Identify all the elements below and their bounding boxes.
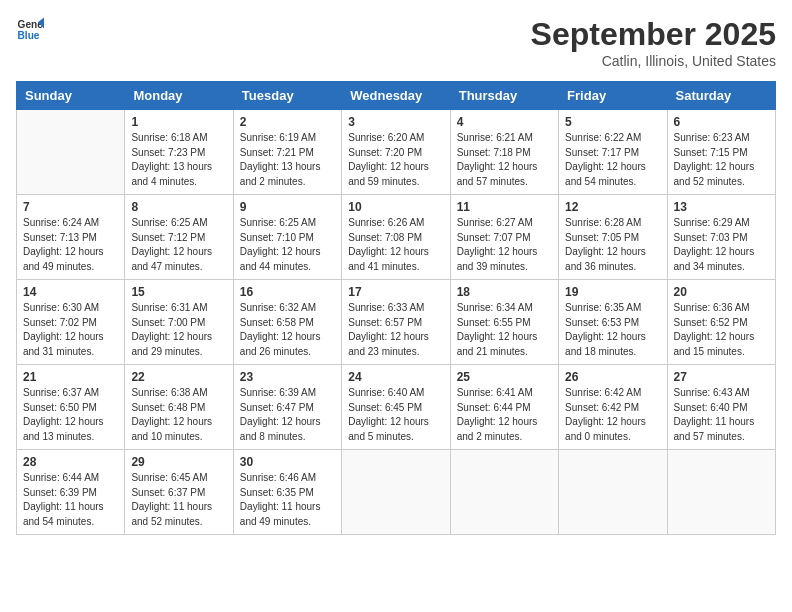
calendar-cell: 2Sunrise: 6:19 AMSunset: 7:21 PMDaylight… <box>233 110 341 195</box>
day-number: 8 <box>131 200 226 214</box>
logo: General Blue <box>16 16 44 44</box>
day-number: 16 <box>240 285 335 299</box>
day-info: Sunrise: 6:35 AMSunset: 6:53 PMDaylight:… <box>565 301 660 359</box>
calendar-cell: 20Sunrise: 6:36 AMSunset: 6:52 PMDayligh… <box>667 280 775 365</box>
calendar-cell: 19Sunrise: 6:35 AMSunset: 6:53 PMDayligh… <box>559 280 667 365</box>
day-info: Sunrise: 6:30 AMSunset: 7:02 PMDaylight:… <box>23 301 118 359</box>
day-number: 5 <box>565 115 660 129</box>
day-info: Sunrise: 6:32 AMSunset: 6:58 PMDaylight:… <box>240 301 335 359</box>
calendar-week-row: 21Sunrise: 6:37 AMSunset: 6:50 PMDayligh… <box>17 365 776 450</box>
weekday-header-saturday: Saturday <box>667 82 775 110</box>
day-number: 28 <box>23 455 118 469</box>
day-info: Sunrise: 6:39 AMSunset: 6:47 PMDaylight:… <box>240 386 335 444</box>
day-info: Sunrise: 6:45 AMSunset: 6:37 PMDaylight:… <box>131 471 226 529</box>
weekday-header-wednesday: Wednesday <box>342 82 450 110</box>
title-area: September 2025 Catlin, Illinois, United … <box>531 16 776 69</box>
day-number: 11 <box>457 200 552 214</box>
day-info: Sunrise: 6:42 AMSunset: 6:42 PMDaylight:… <box>565 386 660 444</box>
calendar-cell: 22Sunrise: 6:38 AMSunset: 6:48 PMDayligh… <box>125 365 233 450</box>
day-info: Sunrise: 6:43 AMSunset: 6:40 PMDaylight:… <box>674 386 769 444</box>
day-number: 24 <box>348 370 443 384</box>
weekday-header-monday: Monday <box>125 82 233 110</box>
day-number: 20 <box>674 285 769 299</box>
calendar-cell: 11Sunrise: 6:27 AMSunset: 7:07 PMDayligh… <box>450 195 558 280</box>
weekday-header-tuesday: Tuesday <box>233 82 341 110</box>
day-number: 14 <box>23 285 118 299</box>
day-number: 15 <box>131 285 226 299</box>
calendar-week-row: 28Sunrise: 6:44 AMSunset: 6:39 PMDayligh… <box>17 450 776 535</box>
calendar-week-row: 14Sunrise: 6:30 AMSunset: 7:02 PMDayligh… <box>17 280 776 365</box>
logo-icon: General Blue <box>16 16 44 44</box>
calendar-cell: 1Sunrise: 6:18 AMSunset: 7:23 PMDaylight… <box>125 110 233 195</box>
day-number: 29 <box>131 455 226 469</box>
day-info: Sunrise: 6:33 AMSunset: 6:57 PMDaylight:… <box>348 301 443 359</box>
day-number: 13 <box>674 200 769 214</box>
svg-text:Blue: Blue <box>18 30 40 41</box>
day-info: Sunrise: 6:41 AMSunset: 6:44 PMDaylight:… <box>457 386 552 444</box>
day-number: 2 <box>240 115 335 129</box>
day-number: 27 <box>674 370 769 384</box>
calendar-cell: 27Sunrise: 6:43 AMSunset: 6:40 PMDayligh… <box>667 365 775 450</box>
day-number: 12 <box>565 200 660 214</box>
calendar-cell: 18Sunrise: 6:34 AMSunset: 6:55 PMDayligh… <box>450 280 558 365</box>
day-number: 4 <box>457 115 552 129</box>
day-number: 19 <box>565 285 660 299</box>
calendar-cell: 8Sunrise: 6:25 AMSunset: 7:12 PMDaylight… <box>125 195 233 280</box>
day-info: Sunrise: 6:27 AMSunset: 7:07 PMDaylight:… <box>457 216 552 274</box>
location: Catlin, Illinois, United States <box>531 53 776 69</box>
calendar-cell: 16Sunrise: 6:32 AMSunset: 6:58 PMDayligh… <box>233 280 341 365</box>
calendar-cell <box>342 450 450 535</box>
calendar-cell: 21Sunrise: 6:37 AMSunset: 6:50 PMDayligh… <box>17 365 125 450</box>
calendar-cell: 14Sunrise: 6:30 AMSunset: 7:02 PMDayligh… <box>17 280 125 365</box>
day-number: 6 <box>674 115 769 129</box>
day-number: 23 <box>240 370 335 384</box>
calendar-cell <box>17 110 125 195</box>
day-info: Sunrise: 6:22 AMSunset: 7:17 PMDaylight:… <box>565 131 660 189</box>
day-info: Sunrise: 6:31 AMSunset: 7:00 PMDaylight:… <box>131 301 226 359</box>
day-info: Sunrise: 6:38 AMSunset: 6:48 PMDaylight:… <box>131 386 226 444</box>
day-info: Sunrise: 6:36 AMSunset: 6:52 PMDaylight:… <box>674 301 769 359</box>
calendar-cell: 3Sunrise: 6:20 AMSunset: 7:20 PMDaylight… <box>342 110 450 195</box>
day-info: Sunrise: 6:37 AMSunset: 6:50 PMDaylight:… <box>23 386 118 444</box>
weekday-header-row: SundayMondayTuesdayWednesdayThursdayFrid… <box>17 82 776 110</box>
calendar-cell: 12Sunrise: 6:28 AMSunset: 7:05 PMDayligh… <box>559 195 667 280</box>
day-number: 26 <box>565 370 660 384</box>
page-header: General Blue September 2025 Catlin, Illi… <box>16 16 776 69</box>
calendar-cell: 23Sunrise: 6:39 AMSunset: 6:47 PMDayligh… <box>233 365 341 450</box>
day-number: 7 <box>23 200 118 214</box>
calendar-cell: 24Sunrise: 6:40 AMSunset: 6:45 PMDayligh… <box>342 365 450 450</box>
calendar-cell: 10Sunrise: 6:26 AMSunset: 7:08 PMDayligh… <box>342 195 450 280</box>
calendar-cell: 29Sunrise: 6:45 AMSunset: 6:37 PMDayligh… <box>125 450 233 535</box>
day-info: Sunrise: 6:24 AMSunset: 7:13 PMDaylight:… <box>23 216 118 274</box>
day-info: Sunrise: 6:25 AMSunset: 7:10 PMDaylight:… <box>240 216 335 274</box>
weekday-header-friday: Friday <box>559 82 667 110</box>
day-number: 17 <box>348 285 443 299</box>
calendar-cell: 15Sunrise: 6:31 AMSunset: 7:00 PMDayligh… <box>125 280 233 365</box>
day-number: 25 <box>457 370 552 384</box>
calendar-cell: 7Sunrise: 6:24 AMSunset: 7:13 PMDaylight… <box>17 195 125 280</box>
calendar-cell: 13Sunrise: 6:29 AMSunset: 7:03 PMDayligh… <box>667 195 775 280</box>
day-number: 10 <box>348 200 443 214</box>
day-number: 30 <box>240 455 335 469</box>
calendar-cell: 17Sunrise: 6:33 AMSunset: 6:57 PMDayligh… <box>342 280 450 365</box>
day-info: Sunrise: 6:19 AMSunset: 7:21 PMDaylight:… <box>240 131 335 189</box>
calendar-cell <box>667 450 775 535</box>
day-number: 22 <box>131 370 226 384</box>
calendar-cell: 25Sunrise: 6:41 AMSunset: 6:44 PMDayligh… <box>450 365 558 450</box>
day-info: Sunrise: 6:28 AMSunset: 7:05 PMDaylight:… <box>565 216 660 274</box>
day-number: 21 <box>23 370 118 384</box>
month-title: September 2025 <box>531 16 776 53</box>
calendar-cell: 6Sunrise: 6:23 AMSunset: 7:15 PMDaylight… <box>667 110 775 195</box>
day-number: 18 <box>457 285 552 299</box>
calendar-week-row: 1Sunrise: 6:18 AMSunset: 7:23 PMDaylight… <box>17 110 776 195</box>
day-number: 3 <box>348 115 443 129</box>
calendar-week-row: 7Sunrise: 6:24 AMSunset: 7:13 PMDaylight… <box>17 195 776 280</box>
day-info: Sunrise: 6:25 AMSunset: 7:12 PMDaylight:… <box>131 216 226 274</box>
day-info: Sunrise: 6:20 AMSunset: 7:20 PMDaylight:… <box>348 131 443 189</box>
calendar-cell: 28Sunrise: 6:44 AMSunset: 6:39 PMDayligh… <box>17 450 125 535</box>
calendar-table: SundayMondayTuesdayWednesdayThursdayFrid… <box>16 81 776 535</box>
day-info: Sunrise: 6:44 AMSunset: 6:39 PMDaylight:… <box>23 471 118 529</box>
day-info: Sunrise: 6:34 AMSunset: 6:55 PMDaylight:… <box>457 301 552 359</box>
day-number: 1 <box>131 115 226 129</box>
calendar-cell: 26Sunrise: 6:42 AMSunset: 6:42 PMDayligh… <box>559 365 667 450</box>
